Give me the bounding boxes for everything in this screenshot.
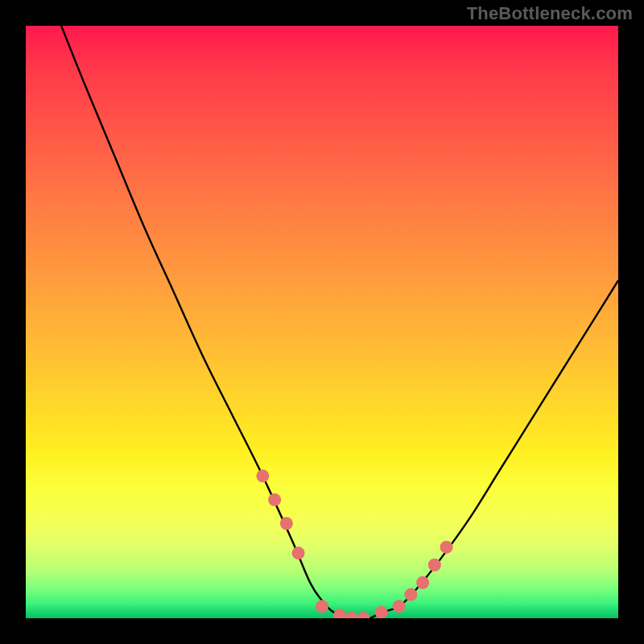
highlight-dot [292,547,305,559]
highlight-dot [440,541,453,554]
highlight-dot [393,600,406,613]
highlight-dot [375,606,388,618]
highlight-dot [268,493,281,506]
watermark-text: TheBottleneck.com [467,3,633,24]
highlight-dot [428,559,441,572]
highlight-dot [333,609,346,618]
highlight-dot [280,517,293,530]
highlight-dot [416,576,429,589]
plot-area [26,26,618,618]
highlight-dot [345,612,358,618]
highlight-dots [256,469,452,618]
curve-layer [26,26,618,618]
chart-frame: TheBottleneck.com [0,0,644,644]
highlight-dot [256,469,269,482]
bottleneck-curve [61,26,618,618]
highlight-dot [316,600,328,613]
highlight-dot [404,588,417,601]
highlight-dot [357,612,370,618]
